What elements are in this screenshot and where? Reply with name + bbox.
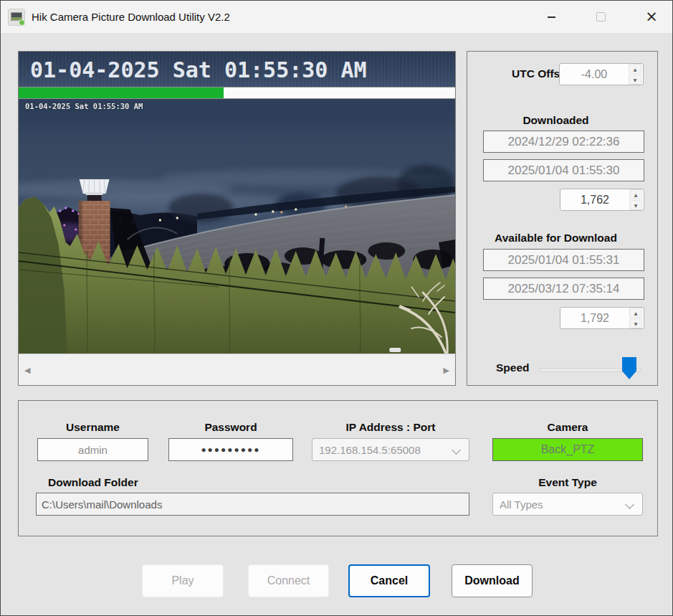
utc-offset-value: -4.00 — [560, 68, 629, 81]
app-icon — [8, 9, 25, 26]
speed-label: Speed — [496, 361, 530, 374]
ip-port-combobox[interactable]: 192.168.154.5:65008 — [312, 438, 469, 461]
settings-panel: UTC Offset -4.00 ▲ ▼ Downloaded 2024/12/… — [467, 51, 658, 386]
utc-offset-spinner[interactable]: -4.00 ▲ ▼ — [559, 63, 644, 85]
download-progress-bar — [19, 87, 455, 99]
camera-preview: 01-04-2025 Sat 01:55:30 AM — [19, 99, 455, 354]
horizontal-scrollbar[interactable]: ◀ ▶ — [19, 354, 455, 385]
event-type-combobox[interactable]: All Types — [492, 493, 643, 516]
available-label: Available for Download — [467, 232, 644, 245]
progress-fill — [19, 87, 224, 98]
window-title: Hik Camera Picture Download Utility V2.2 — [32, 11, 230, 23]
app-icon-badge — [19, 19, 25, 26]
maximize-icon — [596, 12, 606, 22]
connection-form-panel: Username Password IP Address : Port Came… — [18, 400, 658, 536]
downloaded-end-field: 2025/01/04 01:55:30 — [483, 159, 644, 181]
download-folder-label: Download Folder — [48, 476, 138, 489]
connect-button[interactable]: Connect — [248, 564, 329, 597]
close-button[interactable]: × — [636, 1, 667, 33]
minimize-button[interactable] — [535, 1, 567, 33]
timestamp-banner: 01-04-2025 Sat 01:55:30 AM — [19, 52, 455, 87]
spin-up-icon[interactable]: ▲ — [629, 308, 642, 318]
available-end-field: 2025/03/12 07:35:14 — [483, 278, 644, 300]
username-label: Username — [37, 421, 148, 434]
ip-port-label: IP Address : Port — [312, 421, 469, 434]
available-count-spinner[interactable]: 1,792 ▲ ▼ — [560, 307, 644, 329]
downloaded-count-spinner[interactable]: 1,762 ▲ ▼ — [560, 189, 644, 211]
download-button[interactable]: Download — [452, 564, 533, 597]
chevron-down-icon — [452, 445, 461, 455]
password-label: Password — [168, 421, 293, 434]
camera-image — [19, 99, 455, 354]
speed-slider-thumb[interactable] — [622, 357, 636, 379]
spin-up-icon[interactable]: ▲ — [629, 64, 641, 74]
username-input[interactable]: admin — [37, 438, 148, 461]
image-timestamp-overlay: 01-04-2025 Sat 01:55:30 AM — [25, 102, 143, 110]
close-icon: × — [645, 9, 658, 24]
maximize-button — [585, 1, 616, 33]
minimize-icon — [548, 16, 555, 18]
password-input[interactable]: ●●●●●●●●● — [168, 438, 293, 461]
spin-down-icon[interactable]: ▼ — [629, 318, 642, 328]
play-button[interactable]: Play — [142, 564, 224, 597]
ip-port-value: 192.168.154.5:65008 — [319, 444, 421, 456]
banner-timestamp: 01-04-2025 Sat 01:55:30 AM — [30, 57, 367, 82]
downloaded-count-value: 1,762 — [560, 194, 629, 207]
downloaded-start-field: 2024/12/29 02:22:36 — [483, 131, 644, 153]
chevron-down-icon — [625, 500, 634, 509]
spin-up-icon[interactable]: ▲ — [629, 189, 642, 199]
camera-label: Camera — [492, 421, 643, 434]
spin-down-icon[interactable]: ▼ — [629, 75, 641, 85]
available-count-value: 1,792 — [560, 312, 629, 325]
scroll-left-icon[interactable]: ◀ — [24, 365, 30, 374]
event-type-label: Event Type — [492, 476, 643, 489]
scroll-right-icon[interactable]: ▶ — [444, 365, 449, 374]
title-bar: Hik Camera Picture Download Utility V2.2… — [1, 1, 672, 33]
camera-field: Back_PTZ — [492, 438, 643, 461]
preview-panel: 01-04-2025 Sat 01:55:30 AM 01-04-2025 Sa… — [18, 51, 456, 386]
download-folder-input[interactable]: C:\Users\mail\Downloads — [36, 493, 469, 516]
cancel-button[interactable]: Cancel — [348, 564, 430, 597]
event-type-value: All Types — [500, 498, 543, 511]
available-start-field: 2025/01/04 01:55:31 — [483, 249, 644, 271]
downloaded-label: Downloaded — [467, 114, 644, 127]
spin-down-icon[interactable]: ▼ — [629, 200, 642, 210]
